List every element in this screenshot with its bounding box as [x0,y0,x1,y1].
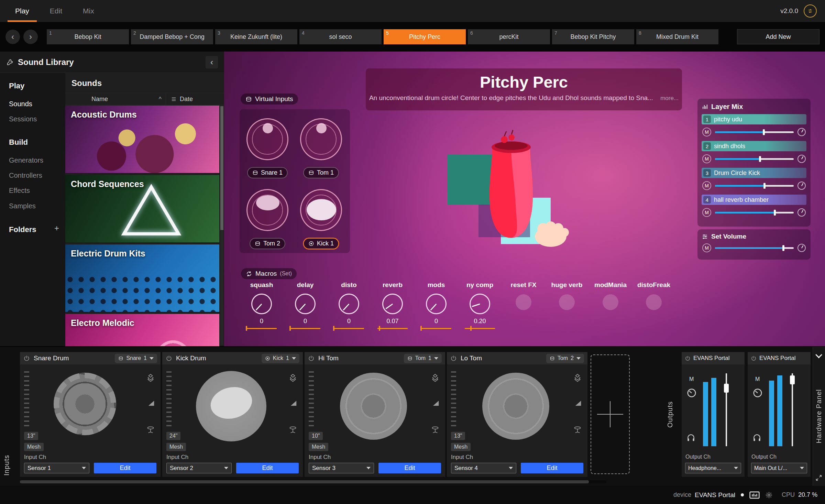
macro-knob[interactable] [382,294,403,314]
macro-slider[interactable] [465,328,495,329]
macro-slider-tick[interactable] [246,326,247,331]
slider-handle[interactable] [759,156,761,162]
layer-name-bar[interactable]: 1 pitchy udu [702,114,806,124]
preset-slot-1[interactable]: 1Bebop Kit [47,29,129,44]
layer-name-bar[interactable]: 3 Drum Circle Kick [702,168,806,178]
pad-label-tom-2[interactable]: Tom 2 [250,238,285,249]
sidebar-item-generators[interactable]: Generators [9,156,43,164]
headphones-icon[interactable] [686,433,695,442]
sounds-scrollbar[interactable] [220,106,223,345]
output-fader[interactable] [726,373,727,446]
output-channel-select[interactable]: Main Out L/... [751,463,807,473]
sidebar-item-effects[interactable]: Effects [9,187,30,195]
mute-button[interactable]: M [702,243,711,252]
edit-button[interactable]: Edit [94,463,156,473]
assign-dropdown[interactable]: Tom 1 [404,354,442,363]
slider-handle[interactable] [763,183,766,189]
sidebar-item-samples[interactable]: Samples [9,202,36,210]
list-item-chord-sequences[interactable]: Chord Sequences [65,175,219,242]
tab-mix[interactable]: Mix [73,0,104,22]
output-fader[interactable] [792,373,793,446]
mute-button[interactable]: M [702,128,711,136]
trigger-icon[interactable] [431,425,440,434]
slider-handle[interactable] [774,210,776,216]
macro-knob[interactable] [295,294,316,314]
toggle-button[interactable] [559,294,575,310]
slider-handle[interactable] [763,129,765,135]
set-volume-slider[interactable] [715,247,794,249]
power-icon[interactable] [166,355,172,362]
horizontal-scrollbar-thumb[interactable] [20,480,589,483]
sidebar-item-controllers[interactable]: Controllers [9,172,42,179]
pan-knob[interactable] [798,155,806,163]
preset-slot-8[interactable]: 8Mixed Drum Kit [636,29,718,44]
macro-knob[interactable] [426,294,447,314]
tab-edit[interactable]: Edit [40,0,73,22]
macro-slider[interactable] [377,328,408,329]
headphones-icon[interactable] [752,433,761,442]
sidebar-item-sessions[interactable]: Sessions [9,115,37,123]
layer-name-bar[interactable]: 4 hall reverb chamber [702,195,806,205]
virtual-pad-tom-1[interactable] [300,118,342,160]
mute-button[interactable]: M [689,376,694,382]
sensitivity-wedge-icon[interactable] [574,399,582,407]
sensor-select[interactable]: Sensor 3 [309,463,374,473]
power-icon[interactable] [450,355,457,362]
edit-button[interactable]: Edit [236,463,299,473]
sort-by-name[interactable]: Name ^ [65,93,166,105]
sensitivity-wedge-icon[interactable] [432,399,440,407]
mute-button[interactable]: M [702,154,711,163]
fader-handle[interactable] [790,375,795,384]
gain-knob[interactable] [686,388,697,398]
preset-prev-button[interactable]: ‹ [6,30,20,44]
macro-slider[interactable] [246,328,277,329]
layers-icon[interactable] [288,373,297,382]
layers-icon[interactable] [146,373,155,382]
macro-slider[interactable] [421,328,451,329]
preset-slot-2[interactable]: 2Damped Bebop + Cong [131,29,213,44]
fader-handle[interactable] [724,384,729,393]
macro-slider-tick[interactable] [333,326,334,331]
pan-knob[interactable] [798,208,806,217]
pan-knob[interactable] [798,182,806,190]
expand-icon[interactable] [815,474,823,482]
layer-volume-slider[interactable] [715,131,794,133]
sensitivity-wedge-icon[interactable] [290,399,297,407]
layers-icon[interactable] [573,373,582,382]
pad-label-kick-1-selected[interactable]: Kick 1 [303,238,339,249]
sounds-scrollbar-thumb[interactable] [220,106,223,230]
macro-knob[interactable] [251,294,272,314]
preset-slot-5-active[interactable]: 5Pitchy Perc [384,29,466,44]
trigger-icon[interactable] [146,425,155,434]
macro-knob[interactable] [339,294,359,314]
trigger-icon[interactable] [573,425,582,434]
mute-button[interactable]: M [702,181,711,190]
list-item-acoustic-drums[interactable]: Acoustic Drums [65,106,219,173]
pad-label-tom-1[interactable]: Tom 1 [303,167,339,178]
preset-slot-7[interactable]: 7Bebop Kit Pitchy [552,29,634,44]
sync-button[interactable] [804,4,817,18]
gain-knob[interactable] [752,388,763,398]
assign-dropdown[interactable]: Kick 1 [262,354,299,363]
kick-pad-image[interactable] [196,371,266,441]
macro-slider[interactable] [290,328,320,329]
edit-button[interactable]: Edit [521,463,583,473]
tom-pad-image[interactable] [340,373,407,440]
power-icon[interactable] [751,355,757,361]
add-new-preset-button[interactable]: Add New [737,29,820,44]
more-link[interactable]: more... [660,95,679,101]
pad-label-snare-1[interactable]: Snare 1 [247,167,288,178]
macro-slider[interactable] [334,328,364,329]
assign-dropdown[interactable]: Tom 2 [546,354,584,363]
toggle-button[interactable] [646,294,662,310]
edit-button[interactable]: Edit [378,463,441,473]
sensitivity-wedge-icon[interactable] [147,399,155,407]
layers-icon[interactable] [431,373,440,382]
preset-slot-4[interactable]: 4sol seco [299,29,382,44]
mute-button[interactable]: M [702,208,711,217]
gear-icon[interactable] [765,491,773,499]
sensor-select[interactable]: Sensor 4 [451,463,516,473]
power-icon[interactable] [23,355,30,362]
add-folder-button[interactable]: + [54,223,59,233]
meter-display-icon[interactable] [749,491,760,499]
